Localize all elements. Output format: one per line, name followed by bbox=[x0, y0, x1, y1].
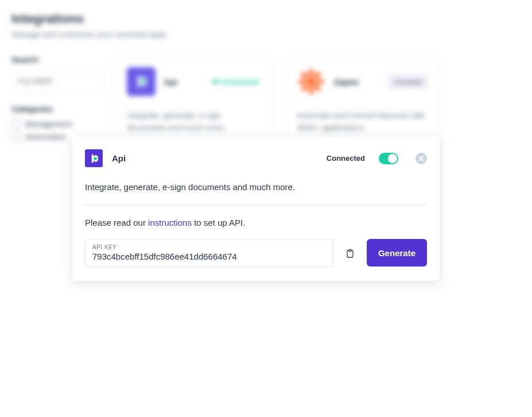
api-modal: Api Connected Integrate, generate, e-sig… bbox=[72, 137, 440, 281]
svg-rect-2 bbox=[309, 86, 313, 94]
page-title: Integrations bbox=[11, 11, 521, 26]
svg-point-10 bbox=[94, 157, 97, 160]
status-badge: Connected bbox=[213, 78, 259, 86]
instructions-link[interactable]: instructions bbox=[148, 218, 192, 227]
modal-title: Api bbox=[112, 153, 317, 163]
card-title: Api bbox=[164, 77, 205, 87]
toggle-knob-icon bbox=[388, 154, 397, 163]
connection-toggle[interactable] bbox=[379, 153, 398, 164]
svg-rect-8 bbox=[313, 84, 321, 92]
svg-rect-12 bbox=[348, 249, 351, 251]
modal-description: Integrate, generate, e-sign documents an… bbox=[85, 182, 427, 192]
svg-rect-5 bbox=[313, 71, 321, 79]
zapier-icon bbox=[297, 67, 325, 96]
divider bbox=[85, 204, 427, 205]
svg-point-0 bbox=[141, 79, 145, 84]
checkbox-icon[interactable] bbox=[11, 132, 21, 141]
search-label: Search bbox=[11, 55, 103, 64]
connect-button[interactable]: Connect bbox=[387, 74, 429, 90]
api-key-label: API KEY bbox=[92, 244, 326, 250]
instructions-suffix: to set up API. bbox=[192, 218, 245, 227]
close-button[interactable] bbox=[415, 153, 427, 164]
modal-instructions: Please read our instructions to set up A… bbox=[85, 218, 427, 227]
card-description: Integrate, generate, e-sign documents an… bbox=[127, 110, 259, 134]
svg-rect-3 bbox=[298, 80, 306, 83]
api-key-field-wrap: API KEY bbox=[85, 239, 333, 267]
svg-rect-7 bbox=[301, 71, 309, 79]
status-dot-icon bbox=[213, 79, 218, 84]
card-description: Automate and connect Bounsel with 3000+ … bbox=[297, 110, 429, 134]
bounsel-icon bbox=[127, 67, 156, 96]
copy-button[interactable] bbox=[341, 239, 359, 267]
svg-rect-6 bbox=[301, 84, 309, 92]
categories-label: Categories bbox=[11, 105, 103, 114]
instructions-prefix: Please read our bbox=[85, 218, 148, 227]
bounsel-icon bbox=[85, 149, 103, 167]
page-subtitle: Manage and customize your conected apps bbox=[11, 30, 521, 39]
category-item-management[interactable]: Management bbox=[11, 119, 103, 129]
category-label: Automation bbox=[25, 132, 66, 141]
svg-rect-1 bbox=[309, 69, 313, 77]
generate-button[interactable]: Generate bbox=[367, 239, 427, 267]
checkbox-icon[interactable] bbox=[11, 119, 21, 129]
svg-rect-4 bbox=[316, 80, 324, 83]
status-text: Connected bbox=[220, 78, 259, 86]
svg-point-9 bbox=[308, 78, 314, 85]
card-title: Zapier bbox=[333, 77, 379, 87]
close-icon bbox=[418, 156, 424, 161]
category-label: Management bbox=[25, 119, 72, 129]
connected-label: Connected bbox=[327, 154, 365, 163]
search-input[interactable] bbox=[11, 70, 103, 91]
api-key-input[interactable] bbox=[92, 252, 326, 261]
clipboard-icon bbox=[345, 249, 355, 258]
